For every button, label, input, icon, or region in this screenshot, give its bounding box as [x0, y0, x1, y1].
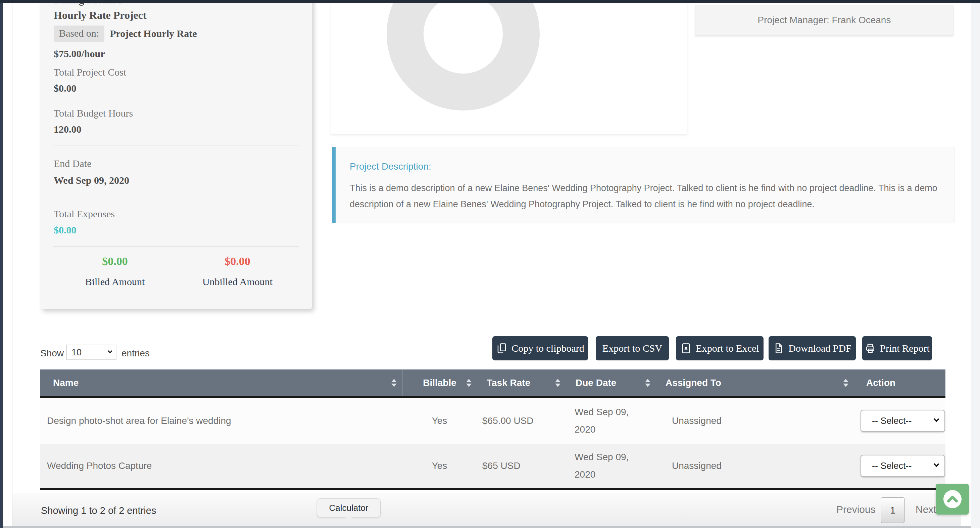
task-name-cell: Wedding Photos Capture — [40, 444, 402, 488]
sort-icon[interactable] — [555, 379, 560, 387]
total-project-cost-label: Total Project Cost — [54, 66, 299, 78]
column-header-label: Task Rate — [487, 378, 530, 388]
page: Billing Method Hourly Rate Project Based… — [0, 0, 980, 528]
content-left-border — [12, 0, 13, 528]
print-icon — [865, 343, 876, 354]
hourly-rate-value: $75.00/hour — [54, 47, 299, 60]
project-description-title: Project Description: — [350, 161, 938, 173]
pagination-previous[interactable]: Previous — [836, 504, 876, 515]
project-summary-card: Billing Method Hourly Rate Project Based… — [40, 0, 312, 309]
column-header-due-date[interactable]: Due Date — [566, 370, 656, 396]
export-button-label: Print Report — [880, 343, 930, 354]
show-label: Show — [40, 347, 64, 360]
due-date-cell: Wed Sep 09, 2020 — [566, 444, 656, 488]
table-header-row: Name Billable Task Rate Due Date Assigne… — [40, 370, 945, 398]
billable-cell: Yes — [402, 398, 477, 444]
action-select[interactable]: -- Select-- — [861, 455, 945, 477]
file-excel-icon — [680, 343, 692, 354]
assigned-to-cell: Unassigned — [656, 444, 854, 488]
billable-cell: Yes — [402, 444, 477, 488]
chevron-up-icon — [942, 489, 963, 509]
action-cell: -- Select-- — [854, 444, 945, 488]
divider — [53, 246, 299, 247]
sidebar-edge — [0, 0, 3, 528]
project-description-panel: Project Description: This is a demo desc… — [332, 147, 955, 223]
column-header-billable[interactable]: Billable — [402, 370, 477, 396]
budget-donut-chart-card — [331, 0, 687, 134]
due-date-cell: Wed Sep 09, 2020 — [566, 398, 656, 444]
sort-icon[interactable] — [843, 379, 848, 387]
export-to-csv-button[interactable]: Export to CSV — [596, 336, 669, 361]
action-select-wrap: -- Select-- — [861, 455, 945, 477]
column-header-label: Due Date — [576, 378, 616, 388]
column-header-name[interactable]: Name — [40, 370, 402, 396]
project-manager-text: Project Manager: Frank Oceans — [758, 15, 891, 26]
calculator-label: Calculator — [329, 503, 368, 513]
project-manager-card: Project Manager: Frank Oceans — [695, 5, 953, 36]
column-header-label: Billable — [423, 378, 457, 388]
due-date-text: Wed Sep 09, 2020 — [574, 404, 632, 438]
total-expenses-label: Total Expenses — [54, 207, 299, 220]
file-pdf-icon — [773, 343, 784, 354]
print-report-button[interactable]: Print Report — [862, 336, 932, 361]
based-on-label: Based on: — [54, 26, 104, 41]
billed-amount-label: Billed Amount — [54, 276, 176, 287]
unbilled-amount-label: Unbilled Amount — [176, 276, 299, 287]
showing-entries-text: Showing 1 to 2 of 2 entries — [41, 504, 156, 517]
entries-label: entries — [121, 347, 150, 360]
column-header-action: Action — [854, 370, 945, 396]
export-button-label: Download PDF — [788, 343, 851, 354]
task-rate-cell: $65 USD — [477, 444, 566, 488]
export-button-label: Copy to clipboard — [511, 343, 584, 354]
total-project-cost-value: $0.00 — [54, 82, 299, 95]
column-header-label: Assigned To — [665, 378, 721, 388]
based-on-value: Project Hourly Rate — [110, 28, 197, 39]
divider — [53, 145, 299, 145]
export-button-label: Export to Excel — [696, 343, 759, 354]
sort-icon[interactable] — [645, 379, 651, 387]
top-navbar — [0, 0, 980, 3]
calculator-button[interactable]: Calculator — [317, 498, 380, 517]
end-date-label: End Date — [54, 157, 299, 170]
project-description-body: This is a demo description of a new Elai… — [350, 180, 938, 212]
vertical-scrollbar[interactable] — [971, 0, 980, 528]
due-date-text: Wed Sep 09, 2020 — [574, 448, 632, 483]
assigned-to-cell: Unassigned — [656, 398, 854, 444]
tooltip-tail — [344, 516, 353, 526]
table-row: Design photo-shot area for Elaine's wedd… — [40, 398, 945, 444]
action-select-wrap: -- Select-- — [861, 410, 945, 432]
column-header-assigned-to[interactable]: Assigned To — [656, 370, 854, 396]
donut-chart — [387, 0, 540, 110]
donut-chart-hole — [423, 0, 503, 73]
content-right-border — [961, 0, 961, 528]
billed-amount-value: $0.00 — [54, 255, 176, 268]
billing-method-value: Hourly Rate Project — [54, 9, 299, 21]
pagination-next[interactable]: Next — [916, 504, 936, 515]
total-expenses-value: $0.00 — [54, 224, 299, 236]
action-cell: -- Select-- — [854, 398, 945, 444]
task-rate-cell: $65.00 USD — [477, 398, 566, 444]
export-button-label: Export to CSV — [603, 343, 662, 354]
tasks-table: Name Billable Task Rate Due Date Assigne… — [40, 370, 945, 490]
download-pdf-button[interactable]: Download PDF — [768, 336, 856, 361]
end-date-value: Wed Sep 09, 2020 — [54, 174, 299, 187]
copy-to-clipboard-button[interactable]: Copy to clipboard — [492, 336, 588, 361]
unbilled-amount-value: $0.00 — [176, 255, 299, 268]
column-header-label: Name — [53, 378, 78, 388]
copy-icon — [496, 343, 508, 354]
page-size-select-wrap: 10 — [66, 345, 116, 360]
total-budget-hours-value: 120.00 — [54, 123, 299, 136]
column-header-label: Action — [866, 378, 896, 388]
action-select[interactable]: -- Select-- — [861, 410, 945, 432]
page-bottom-edge — [3, 526, 971, 528]
page-size-select[interactable]: 10 — [66, 345, 116, 360]
task-name-cell: Design photo-shot area for Elaine's wedd… — [40, 398, 402, 444]
total-budget-hours-label: Total Budget Hours — [54, 107, 299, 120]
column-header-task-rate[interactable]: Task Rate — [477, 370, 566, 396]
table-row: Wedding Photos Capture Yes $65 USD Wed S… — [40, 444, 945, 490]
pagination-page-1[interactable]: 1 — [881, 498, 905, 523]
scroll-to-top-button[interactable] — [936, 484, 969, 515]
export-to-excel-button[interactable]: Export to Excel — [676, 336, 764, 361]
sort-icon[interactable] — [466, 379, 471, 387]
sort-icon[interactable] — [391, 379, 397, 387]
